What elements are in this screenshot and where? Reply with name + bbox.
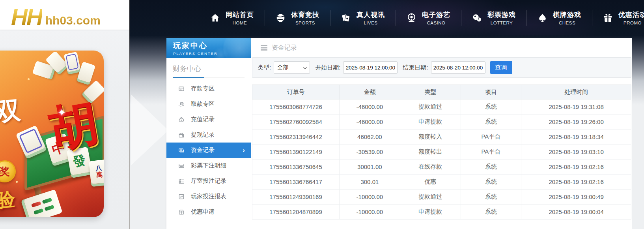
nav-label-en: LIVES xyxy=(364,21,377,25)
sports-ball-icon xyxy=(275,13,286,23)
column-header-time: 处理时间 xyxy=(521,85,631,99)
nav-item-casino[interactable]: 电子游艺 CASINO xyxy=(396,6,461,29)
home-icon xyxy=(210,13,220,23)
sidebar-item-hall-bets[interactable]: 厅室投注记录 xyxy=(166,173,251,189)
menu-bars-icon[interactable] xyxy=(261,45,267,46)
cell-time: 2025-08-19 19:02:16 xyxy=(521,175,631,190)
sidebar-item-withdraw-log[interactable]: 提现记录 xyxy=(166,127,251,143)
playing-cards-icon xyxy=(341,13,351,23)
sidebar-item-promo-apply[interactable]: 优惠申请 xyxy=(166,204,251,220)
mahjong-promo-banner[interactable]: 中 發 八萬 胡 ✦ 双 奖 验 xyxy=(0,51,104,217)
sidebar-item-funds-log[interactable]: 资金记录 › xyxy=(166,143,251,158)
column-header-project: 项目 xyxy=(461,85,521,99)
column-header-amount: 金额 xyxy=(340,85,400,99)
cell-amount: 300.01 xyxy=(340,175,400,190)
cell-order: 1755602313946442 xyxy=(252,130,340,145)
cell-project: 系统 xyxy=(461,160,521,175)
cell-project: 系统 xyxy=(461,190,521,205)
mahjong-tile xyxy=(77,62,96,83)
page-title: 资金记录 xyxy=(272,44,297,52)
nav-item-lottery[interactable]: 彩票游戏 LOTTERY xyxy=(461,6,526,29)
column-header-order: 订单号 xyxy=(252,85,340,99)
nav-label-zh: 棋牌游戏 xyxy=(553,10,581,19)
logo[interactable]: HH hh03.com xyxy=(0,0,129,30)
deposit-card-icon xyxy=(178,85,185,92)
sparkle-icon: ✦ xyxy=(58,107,66,119)
sidebar-item-bet-report[interactable]: 玩家投注报表 xyxy=(166,189,251,204)
chart-report-icon xyxy=(178,193,185,200)
cell-order: 1755601204870899 xyxy=(252,205,340,220)
nav-label-en: CHESS xyxy=(559,21,575,25)
cell-order: 1755601336766417 xyxy=(252,175,340,190)
cell-type: 申请提款 xyxy=(400,114,461,130)
nav-item-chess[interactable]: 棋牌游戏 CHESS xyxy=(526,6,592,29)
gold-promo-char: 验 xyxy=(0,186,16,213)
nav-item-lives[interactable]: 真人视讯 LIVES xyxy=(330,6,396,29)
table-row: 1755601336750645 30001.00 在线存款 系统 2025-0… xyxy=(252,160,631,175)
sidebar-item-recharge-log[interactable]: 充值记录 xyxy=(166,112,251,127)
nav-label-zh: 网站首页 xyxy=(226,10,254,19)
cell-amount: 30001.00 xyxy=(340,160,400,175)
nav-label-en: SPORTS xyxy=(295,21,315,25)
start-date-input[interactable] xyxy=(343,61,398,74)
nav-item-sports[interactable]: 体育竞技 SPORTS xyxy=(265,6,330,29)
chevron-right-icon: › xyxy=(243,147,245,154)
sidebar-item-label: 厅室投注记录 xyxy=(191,177,226,185)
cell-type: 优惠 xyxy=(400,175,461,190)
nav-item-promo[interactable]: 优惠活动 PROMO xyxy=(592,6,644,29)
nav-label-en: HOME xyxy=(233,21,247,25)
cell-order: 1755602760092584 xyxy=(252,114,340,130)
sparkle-dot xyxy=(28,78,30,80)
prize-coin: 奖 xyxy=(0,160,16,182)
hand-money-icon xyxy=(178,101,185,108)
site-region: 网站首页 HOME 体育竞技 SPORTS 真人视讯 LIVES xyxy=(129,0,644,229)
sidebar-item-deposit[interactable]: 存款专区 xyxy=(166,81,251,96)
mahjong-tile xyxy=(64,52,81,72)
cell-project: PA平台 xyxy=(461,130,521,145)
end-date-input[interactable] xyxy=(431,61,485,74)
cell-project: PA平台 xyxy=(461,145,521,160)
sidebar-item-label: 彩票下注明细 xyxy=(191,162,226,169)
gift-box-icon xyxy=(178,208,185,216)
filter-bar: 类型: 全部 开始日期: 结束日期: 查询 xyxy=(252,57,631,78)
cell-order: 1755601336750645 xyxy=(252,160,340,175)
nav-label-en: PROMO xyxy=(623,21,642,25)
sidebar-subtitle: PLAYERS CENTER xyxy=(173,51,251,56)
list-icon xyxy=(178,178,185,185)
sparkle-dot xyxy=(16,181,18,183)
cell-project: 系统 xyxy=(461,175,521,190)
sidebar-item-lottery-detail[interactable]: 彩票下注明细 xyxy=(166,158,251,173)
table-row: 1755601249390169 -10000.00 提款通过 系统 2025-… xyxy=(252,190,631,205)
nav-label-zh: 真人视讯 xyxy=(357,10,385,19)
cell-order: 1755601249390169 xyxy=(252,190,340,205)
main-panel: 资金记录 类型: 全部 开始日期: 结束日期: 查询 订单号 金额 类型 项目 xyxy=(251,38,632,229)
gift-icon xyxy=(603,13,613,23)
type-label: 类型: xyxy=(258,64,271,71)
cell-type: 提款通过 xyxy=(400,190,461,205)
sidebar-title: 玩家中心 xyxy=(173,41,251,51)
cell-time: 2025-08-19 19:18:34 xyxy=(521,130,631,145)
logo-monogram: HH xyxy=(11,7,42,27)
cell-order: 1755601390122149 xyxy=(252,145,340,160)
cell-amount: -10000.00 xyxy=(340,205,400,220)
logo-domain: hh03.com xyxy=(45,14,101,27)
cell-amount: -46000.00 xyxy=(340,114,400,130)
sidebar-item-label: 充值记录 xyxy=(191,116,215,123)
nav-item-home[interactable]: 网站首页 HOME xyxy=(199,6,265,29)
table-row: 1755601204870899 -10000.00 申请提款 系统 2025-… xyxy=(252,205,631,220)
type-select[interactable]: 全部 xyxy=(274,61,310,74)
sidebar-item-label: 资金记录 xyxy=(191,146,215,154)
table-header-row: 订单号 金额 类型 项目 处理时间 xyxy=(252,85,631,99)
cell-time: 2025-08-19 19:31:08 xyxy=(521,99,631,114)
sidebar-item-label: 优惠申请 xyxy=(191,208,215,216)
cell-amount: 46062.00 xyxy=(340,130,400,145)
funds-record-table: 订单号 金额 类型 项目 处理时间 1755603068774726 -4600… xyxy=(252,84,631,220)
table-row: 1755601390122149 -30539.00 额度转出 PA平台 202… xyxy=(252,145,631,160)
search-button[interactable]: 查询 xyxy=(490,61,512,74)
spade-icon xyxy=(537,13,548,23)
partial-promo-char: 双 xyxy=(0,93,22,130)
sidebar-item-withdraw[interactable]: 取款专区 xyxy=(166,96,251,112)
cell-type: 申请提款 xyxy=(400,205,461,220)
nav-label-zh: 电子游艺 xyxy=(422,10,450,19)
breadcrumb: 资金记录 xyxy=(252,38,631,57)
